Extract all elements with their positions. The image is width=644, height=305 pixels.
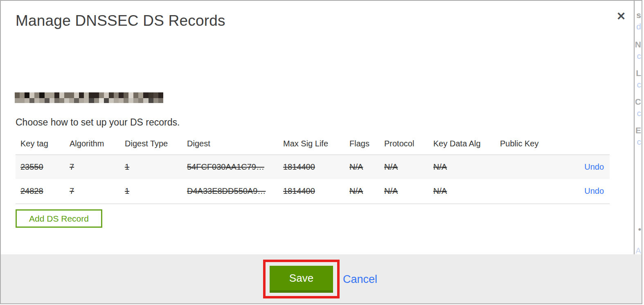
column-header-actions	[548, 133, 610, 155]
background-text-fragment: N	[635, 40, 641, 49]
cell-value: D4A33E8DD550A9…	[187, 186, 266, 195]
table-cell: 1	[120, 155, 182, 179]
redaction-pixel	[109, 98, 114, 103]
redaction-pixel	[39, 92, 44, 98]
column-header: Flags	[345, 133, 379, 155]
column-header: Public Key	[495, 133, 548, 155]
redaction-pixel	[79, 92, 84, 98]
column-header: Protocol	[379, 133, 428, 155]
background-text-fragment: L	[636, 69, 641, 77]
table-cell: 24828	[16, 179, 65, 204]
redaction-pixel	[143, 98, 148, 103]
cell-value: 23550	[20, 162, 43, 171]
redaction-pixel	[89, 92, 94, 98]
redaction-pixel	[15, 98, 20, 103]
redaction-pixel	[20, 98, 25, 103]
redaction-pixel	[99, 92, 104, 98]
modal-body: Manage DNSSEC DS Records ✕ Choose how to…	[1, 1, 635, 254]
redaction-pixel	[143, 92, 148, 98]
table-cell	[495, 179, 548, 204]
redaction-pixel	[114, 98, 119, 103]
redaction-pixel	[84, 98, 89, 103]
column-header: Algorithm	[65, 133, 120, 155]
table-cell: N/A	[379, 155, 428, 179]
cell-value: 7	[70, 162, 74, 171]
undo-link[interactable]: Undo	[584, 162, 604, 171]
redaction-pixel	[29, 98, 34, 103]
redaction-pixel	[104, 92, 109, 98]
table-cell: 7	[65, 155, 120, 179]
column-header: Key Data Alg	[428, 133, 495, 155]
cell-value: N/A	[349, 162, 363, 171]
modal-footer: Save Cancel	[1, 254, 642, 303]
redaction-pixel	[74, 98, 79, 103]
table-cell: 1	[120, 179, 182, 204]
redaction-pixel	[94, 98, 99, 103]
column-header: Max Sig Life	[278, 133, 345, 155]
table-cell: D4A33E8DD550A9…	[182, 179, 278, 204]
redaction-pixel	[39, 98, 44, 103]
background-text-fragment: d	[636, 22, 641, 31]
redaction-pixel	[69, 98, 74, 103]
action-cell: Undo	[548, 155, 610, 179]
redaction-pixel	[25, 92, 29, 98]
add-ds-record-button[interactable]: Add DS Record	[16, 209, 102, 228]
redaction-pixel	[104, 98, 109, 103]
redaction-pixel	[109, 92, 114, 98]
table-cell: N/A	[379, 179, 428, 204]
background-text-fragment: c	[637, 52, 642, 60]
redacted-domain	[15, 92, 164, 104]
cell-value: 54FCF030AA1C79…	[187, 162, 264, 171]
background-text-fragment: •	[638, 225, 641, 233]
modal-frame: Manage DNSSEC DS Records ✕ Choose how to…	[0, 0, 642, 304]
redaction-pixel	[54, 92, 59, 98]
table-body: 235507154FCF030AA1C79…1814400N/AN/AN/AUn…	[16, 155, 610, 204]
redaction-pixel	[74, 92, 79, 98]
cancel-link[interactable]: Cancel	[343, 273, 377, 286]
redaction-pixel	[119, 98, 124, 103]
table-header-row: Key tagAlgorithmDigest TypeDigestMax Sig…	[16, 133, 610, 155]
redaction-pixel	[124, 98, 128, 103]
column-header: Key tag	[16, 133, 65, 155]
redaction-pixel	[114, 92, 119, 98]
table-cell: N/A	[345, 155, 379, 179]
redaction-pixel	[50, 98, 54, 103]
redaction-pixel	[50, 92, 54, 98]
redaction-pixel	[153, 98, 158, 103]
redaction-pixel	[149, 92, 153, 98]
redaction-pixel	[124, 92, 128, 98]
background-text-fragment: C	[635, 97, 641, 106]
save-highlight-annotation: Save	[263, 260, 340, 298]
redaction-pixel	[94, 92, 99, 98]
redaction-pixel	[153, 92, 158, 98]
table-cell: 1814400	[278, 179, 345, 204]
cell-value: N/A	[433, 162, 447, 171]
redaction-pixel	[99, 98, 104, 103]
cell-value: 1	[125, 162, 129, 171]
cell-value: 1	[125, 186, 129, 195]
redaction-pixel	[149, 98, 153, 103]
save-button[interactable]: Save	[270, 266, 333, 293]
action-cell: Undo	[548, 179, 610, 204]
redaction-pixel	[64, 92, 69, 98]
table-cell	[495, 155, 548, 179]
redaction-pixel	[133, 92, 138, 98]
cell-value: 7	[70, 186, 74, 195]
redaction-pixel	[59, 92, 64, 98]
redaction-pixel	[158, 98, 163, 103]
cell-value: N/A	[433, 186, 447, 195]
redaction-pixel	[64, 98, 69, 103]
column-header: Digest	[182, 133, 278, 155]
redaction-pixel	[138, 98, 143, 103]
table-cell: N/A	[345, 179, 379, 204]
redaction-pixel	[54, 98, 59, 103]
column-header: Digest Type	[120, 133, 182, 155]
undo-link[interactable]: Undo	[584, 186, 604, 195]
redaction-pixel	[29, 92, 34, 98]
cell-value: N/A	[384, 162, 398, 171]
redaction-pixel	[128, 98, 133, 103]
table-cell: N/A	[428, 155, 495, 179]
redaction-pixel	[138, 92, 143, 98]
background-page-sliver: sdNcLcCcEc•A	[635, 1, 642, 254]
close-icon[interactable]: ✕	[613, 8, 629, 25]
